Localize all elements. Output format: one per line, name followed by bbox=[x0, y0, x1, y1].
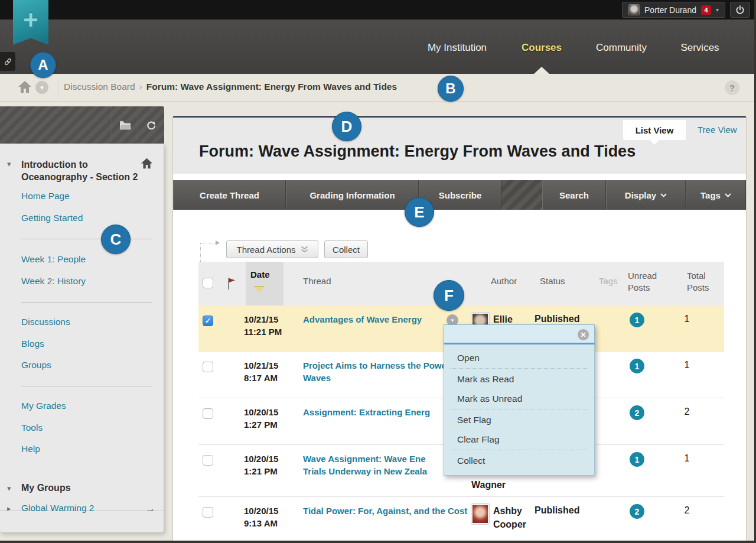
display-menu-button[interactable]: Display bbox=[606, 180, 686, 210]
breadcrumb-parent[interactable]: Discussion Board bbox=[64, 82, 135, 92]
refresh-button[interactable] bbox=[138, 106, 164, 144]
course-menu-folder-button[interactable] bbox=[112, 106, 138, 144]
tab-community[interactable]: Community bbox=[596, 42, 647, 54]
tab-tree-view[interactable]: Tree View bbox=[698, 125, 737, 135]
display-label: Display bbox=[625, 190, 656, 200]
forum-main-panel: Forum: Wave Assignment: Energy From Wave… bbox=[172, 116, 747, 543]
course-sidebar: ▾ Introduction to Oceanography - Section… bbox=[0, 144, 164, 533]
thread-date: 10/21/1511:21 PM bbox=[244, 313, 291, 338]
sidebar-item-discussions[interactable]: Discussions bbox=[21, 317, 70, 327]
sidebar-item-week2-history[interactable]: Week 2: History bbox=[21, 276, 86, 287]
thread-author: Wagner bbox=[471, 478, 535, 492]
avatar bbox=[471, 504, 489, 524]
create-thread-button[interactable]: Create Thread bbox=[173, 180, 286, 210]
row-checkbox[interactable] bbox=[203, 362, 213, 372]
row-checkbox[interactable] bbox=[203, 408, 213, 419]
thread-context-menu: ✕ Open Mark as Read Mark as Unread Set F… bbox=[444, 324, 595, 476]
collapse-caret-icon[interactable]: ▾ bbox=[7, 160, 11, 168]
callout-c: C bbox=[101, 225, 131, 254]
search-button[interactable]: Search bbox=[542, 180, 606, 210]
logout-power-button[interactable] bbox=[730, 2, 750, 18]
menu-item-collect[interactable]: Collect bbox=[444, 451, 594, 470]
my-groups-title: My Groups bbox=[21, 483, 71, 493]
unread-posts-badge[interactable]: 1 bbox=[630, 359, 644, 373]
tags-menu-button[interactable]: Tags bbox=[686, 180, 746, 210]
menu-item-mark-as-read[interactable]: Mark as Read bbox=[444, 369, 594, 389]
column-header-tags[interactable]: Tags bbox=[599, 276, 618, 286]
group-open-arrow-icon[interactable]: → bbox=[145, 503, 155, 515]
column-header-total-posts[interactable]: Total Posts bbox=[687, 270, 716, 294]
divider bbox=[450, 409, 588, 409]
breadcrumb-expand-button[interactable]: ▾ bbox=[35, 81, 48, 94]
sidebar-item-getting-started[interactable]: Getting Started bbox=[21, 213, 83, 223]
unread-posts-badge[interactable]: 2 bbox=[630, 504, 644, 519]
row-checkbox[interactable] bbox=[203, 455, 213, 466]
user-avatar bbox=[628, 4, 640, 15]
select-all-checkbox[interactable] bbox=[203, 278, 213, 288]
sidebar-item-groups[interactable]: Groups bbox=[21, 360, 51, 370]
course-home-icon[interactable] bbox=[141, 158, 153, 169]
sort-descending-icon bbox=[254, 287, 265, 293]
thread-actions-button[interactable]: Thread Actions bbox=[226, 240, 318, 258]
column-header-status[interactable]: Status bbox=[540, 276, 565, 286]
menu-item-mark-as-unread[interactable]: Mark as Unread bbox=[444, 389, 594, 408]
tab-services[interactable]: Services bbox=[680, 42, 719, 54]
course-title[interactable]: Introduction to Oceanography - Section 2 bbox=[21, 158, 144, 183]
divider bbox=[58, 77, 58, 98]
unread-posts-badge[interactable]: 1 bbox=[630, 452, 644, 467]
column-header-author[interactable]: Author bbox=[491, 276, 517, 286]
row-checkbox[interactable] bbox=[203, 507, 213, 518]
context-menu-body: Open Mark as Read Mark as Unread Set Fla… bbox=[444, 344, 595, 476]
group-expand-caret-icon[interactable]: ▸ bbox=[7, 504, 11, 513]
unread-posts-badge[interactable]: 1 bbox=[630, 313, 644, 327]
sidebar-item-my-grades[interactable]: My Grades bbox=[21, 401, 66, 411]
quick-links-button[interactable] bbox=[0, 52, 15, 71]
user-menu[interactable]: Porter Durand 4 ▾ bbox=[622, 2, 725, 18]
callout-f: F bbox=[434, 280, 464, 311]
thread-date: 10/21/158:17 AM bbox=[244, 359, 291, 384]
menu-item-open[interactable]: Open bbox=[444, 348, 594, 368]
thread-date: 10/20/159:13 AM bbox=[244, 505, 291, 529]
status-badge: Published bbox=[535, 314, 579, 324]
sidebar-item-global-warming-2[interactable]: Global Warming 2 bbox=[21, 503, 94, 513]
close-icon[interactable]: ✕ bbox=[578, 329, 589, 340]
callout-b: B bbox=[438, 76, 464, 102]
collect-button[interactable]: Collect bbox=[324, 240, 368, 258]
breadcrumb-bar: ▾ Discussion Board›Forum: Wave Assignmen… bbox=[0, 74, 756, 102]
divider bbox=[21, 239, 152, 239]
add-bookmark-ribbon[interactable]: + bbox=[13, 0, 48, 45]
tab-my-institution[interactable]: My Institution bbox=[428, 42, 487, 54]
sidebar-item-home-page[interactable]: Home Page bbox=[21, 191, 70, 201]
sidebar-item-help[interactable]: Help bbox=[21, 444, 40, 454]
action-bar-spacer bbox=[501, 180, 542, 210]
tab-courses[interactable]: Courses bbox=[522, 42, 562, 54]
refresh-icon bbox=[145, 119, 157, 131]
thread-link[interactable]: Tidal Power: For, Against, and the Cost bbox=[303, 505, 481, 517]
chevron-down-icon bbox=[660, 193, 667, 197]
callout-d: D bbox=[332, 112, 361, 141]
menu-item-clear-flag[interactable]: Clear Flag bbox=[444, 430, 594, 449]
tab-list-view[interactable]: List View bbox=[623, 120, 686, 140]
column-header-date[interactable]: Date bbox=[246, 262, 284, 305]
notification-badge: 4 bbox=[701, 5, 711, 15]
forum-action-bar: Create Thread Grading Information Subscr… bbox=[173, 180, 746, 210]
column-header-unread-posts[interactable]: Unread Posts bbox=[628, 270, 662, 294]
home-icon[interactable] bbox=[18, 80, 32, 93]
page-title: Forum: Wave Assignment: Energy From Wave… bbox=[199, 142, 636, 161]
total-posts: 2 bbox=[678, 407, 696, 417]
sidebar-item-tools[interactable]: Tools bbox=[21, 422, 43, 433]
column-header-thread[interactable]: Thread bbox=[303, 276, 331, 286]
row-checkbox[interactable]: ✓ bbox=[203, 316, 213, 326]
sidebar-item-week1-people[interactable]: Week 1: People bbox=[21, 254, 86, 265]
breadcrumb-current: Forum: Wave Assignment: Energy From Wave… bbox=[146, 82, 397, 92]
table-row: 10/20/159:13 AM Tidal Power: For, Agains… bbox=[198, 497, 724, 543]
sidebar-item-blogs[interactable]: Blogs bbox=[21, 339, 44, 349]
unread-posts-badge[interactable]: 2 bbox=[630, 405, 644, 420]
my-groups-caret-icon[interactable]: ▾ bbox=[7, 484, 11, 493]
divider bbox=[21, 302, 152, 303]
help-button[interactable]: ? bbox=[725, 80, 739, 95]
grading-information-button[interactable]: Grading Information bbox=[286, 180, 419, 210]
power-icon bbox=[735, 5, 745, 15]
menu-item-set-flag[interactable]: Set Flag bbox=[444, 410, 594, 430]
window-edge bbox=[0, 541, 756, 543]
